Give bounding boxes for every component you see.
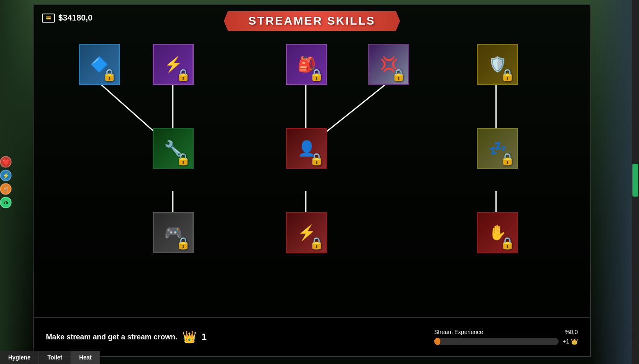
skill-5-lock: 🔒 (500, 68, 515, 82)
xp-label: Stream Experience (434, 329, 483, 335)
skill-node-3[interactable]: 🎒 🔒 (286, 44, 327, 85)
skill-7-lock: 🔒 (309, 152, 324, 166)
bottom-tabs: Hygiene Toilet Heat (0, 351, 100, 364)
skill-node-8[interactable]: 💤 🔒 (477, 128, 518, 169)
skill-node-11[interactable]: ✋ 🔒 (477, 212, 518, 253)
xp-percent: %0,0 (565, 329, 578, 335)
money-display: 💳 $34180,0 (42, 13, 92, 23)
skill-node-9[interactable]: 🎮 🔒 (153, 212, 194, 253)
scrollbar-thumb[interactable] (632, 164, 638, 197)
tab-heat[interactable]: Heat (71, 351, 100, 364)
skills-header: STREAMER SKILLS (224, 11, 400, 31)
skill-1-lock: 🔒 (102, 68, 117, 82)
left-sidebar: ❤️ ⚡ 🍴 75 (0, 156, 11, 208)
header-title: STREAMER SKILLS (248, 14, 375, 27)
skill-node-10[interactable]: ⚡ 🔒 (286, 212, 327, 253)
skills-area: 🔷 🔒 ⚡ 🔒 🎒 🔒 💢 🔒 🛡️ 🔒 🔧 🔒 (34, 40, 590, 315)
crown-count: 1 (202, 332, 206, 342)
hint-text: Make stream and get a stream crown. (46, 333, 177, 341)
skill-8-lock: 🔒 (500, 152, 515, 166)
tab-toilet[interactable]: Toilet (39, 351, 71, 364)
skill-node-7[interactable]: 👤 🔒 (286, 128, 327, 169)
right-scrollbar[interactable] (632, 0, 639, 364)
skill-6-lock: 🔒 (176, 152, 190, 166)
skill-10-lock: 🔒 (309, 236, 324, 250)
xp-bar (434, 338, 559, 345)
reward-crown-icon: 👑 (571, 338, 578, 345)
bottom-hint: Make stream and get a stream crown. 👑 1 (46, 330, 426, 344)
xp-label-row: Stream Experience %0,0 (434, 329, 578, 335)
money-amount: $34180,0 (58, 13, 92, 23)
skill-node-5[interactable]: 🛡️ 🔒 (477, 44, 518, 85)
main-panel: STREAMER SKILLS 💳 $34180,0 (33, 4, 591, 357)
xp-reward-text: +1 (563, 338, 569, 345)
skill-2-lock: 🔒 (176, 68, 190, 82)
crown-icon: 👑 (182, 330, 197, 344)
xp-section: Stream Experience %0,0 +1 👑 (434, 329, 578, 345)
tab-hygiene[interactable]: Hygiene (0, 351, 39, 364)
money-icon: 💳 (42, 14, 55, 23)
food-icon: 🍴 (0, 183, 11, 195)
skill-4-lock: 🔒 (392, 68, 406, 82)
skill-11-lock: 🔒 (500, 236, 515, 250)
energy-icon: ⚡ (0, 169, 11, 181)
xp-bar-fill (434, 338, 440, 345)
bottom-bar: Make stream and get a stream crown. 👑 1 … (34, 317, 590, 356)
skill-node-2[interactable]: ⚡ 🔒 (153, 44, 194, 85)
timer-icon[interactable]: 75 (0, 197, 11, 208)
skill-node-6[interactable]: 🔧 🔒 (153, 128, 194, 169)
xp-reward: +1 👑 (563, 338, 578, 345)
skill-node-1[interactable]: 🔷 🔒 (79, 44, 120, 85)
skill-node-4[interactable]: 💢 🔒 (368, 44, 409, 85)
health-icon: ❤️ (0, 156, 11, 167)
skill-9-lock: 🔒 (176, 236, 190, 250)
skill-3-lock: 🔒 (309, 68, 324, 82)
